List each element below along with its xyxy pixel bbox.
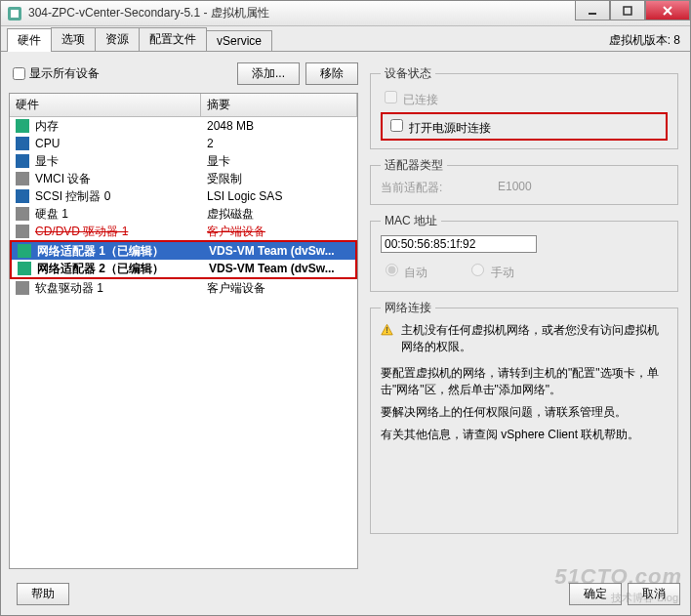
help-button[interactable]: 帮助 bbox=[17, 583, 69, 605]
tab-profile[interactable]: 配置文件 bbox=[139, 27, 207, 51]
mac-manual-label: 手动 bbox=[491, 266, 514, 279]
mac-address-legend: MAC 地址 bbox=[381, 213, 441, 229]
hardware-row[interactable]: SCSI 控制器 0LSI Logic SAS bbox=[10, 187, 357, 205]
device-summary: VDS-VM Team (dvSw... bbox=[203, 261, 355, 276]
device-summary: 2 bbox=[201, 136, 357, 151]
col-hardware[interactable]: 硬件 bbox=[10, 94, 201, 116]
hardware-row[interactable]: 网络适配器 1（已编辑）VDS-VM Team (dvSw... bbox=[12, 242, 355, 260]
svg-text:!: ! bbox=[386, 324, 388, 335]
hardware-grid: 硬件 摘要 内存2048 MBCPU2显卡显卡VMCI 设备受限制SCSI 控制… bbox=[9, 93, 358, 569]
mac-auto-radio bbox=[386, 264, 398, 276]
mac-address-group: MAC 地址 自动 手动 bbox=[370, 213, 678, 292]
vm-properties-window: 304-ZPC-vCenter-Secondary-5.1 - 虚拟机属性 硬件… bbox=[0, 0, 691, 616]
svg-rect-3 bbox=[624, 7, 631, 15]
network-help-1: 要配置虚拟机的网络，请转到主机的"配置"选项卡，单击"网络"区，然后单击"添加网… bbox=[381, 365, 668, 398]
device-summary: 受限制 bbox=[201, 170, 357, 188]
device-summary: 显卡 bbox=[201, 152, 357, 171]
device-icon bbox=[16, 281, 29, 295]
device-summary: 客户端设备 bbox=[201, 279, 357, 298]
vm-version-label: 虚拟机版本: 8 bbox=[609, 32, 680, 49]
connected-checkbox bbox=[385, 91, 397, 103]
hardware-row[interactable]: 显卡显卡 bbox=[10, 152, 357, 170]
window-title: 304-ZPC-vCenter-Secondary-5.1 - 虚拟机属性 bbox=[28, 5, 575, 21]
show-all-devices-checkbox[interactable] bbox=[13, 67, 25, 80]
mac-address-input[interactable] bbox=[381, 235, 537, 253]
network-connection-legend: 网络连接 bbox=[381, 300, 435, 316]
device-name: CPU bbox=[35, 137, 60, 150]
vsphere-icon bbox=[7, 6, 22, 21]
device-icon bbox=[16, 154, 29, 168]
current-adapter-value: E1000 bbox=[498, 180, 532, 196]
mac-manual-radio bbox=[471, 264, 484, 276]
network-help-2: 要解决网络上的任何权限问题，请联系管理员。 bbox=[381, 404, 668, 421]
connected-label: 已连接 bbox=[403, 93, 438, 106]
device-name: 网络适配器 1（已编辑） bbox=[37, 243, 164, 260]
device-status-group: 设备状态 已连接 打开电源时连接 bbox=[370, 65, 678, 149]
hardware-row[interactable]: CD/DVD 驱动器 1客户端设备 bbox=[10, 223, 357, 240]
device-icon bbox=[16, 207, 29, 221]
device-icon bbox=[16, 119, 29, 133]
current-adapter-label: 当前适配器: bbox=[381, 180, 498, 196]
network-warning-text: 主机没有任何虚拟机网络，或者您没有访问虚拟机网络的权限。 bbox=[401, 322, 668, 355]
watermark: 51CTO.com bbox=[554, 564, 682, 590]
warning-icon: ! bbox=[381, 322, 393, 338]
highlight-box: 网络适配器 1（已编辑）VDS-VM Team (dvSw...网络适配器 2（… bbox=[10, 240, 357, 279]
device-summary: LSI Logic SAS bbox=[201, 188, 357, 204]
device-icon bbox=[16, 137, 29, 150]
hardware-row[interactable]: CPU2 bbox=[10, 135, 357, 152]
device-icon bbox=[18, 262, 31, 275]
watermark-sub: 技术博客 Blog bbox=[611, 591, 678, 605]
device-name: VMCI 设备 bbox=[35, 171, 91, 187]
adapter-type-group: 适配器类型 当前适配器: E1000 bbox=[370, 157, 678, 205]
device-icon bbox=[16, 189, 29, 203]
device-summary: 2048 MB bbox=[201, 118, 357, 134]
mac-auto-label: 自动 bbox=[404, 266, 427, 279]
maximize-button[interactable] bbox=[610, 1, 645, 21]
grid-body: 内存2048 MBCPU2显卡显卡VMCI 设备受限制SCSI 控制器 0LSI… bbox=[10, 117, 357, 297]
minimize-button[interactable] bbox=[575, 1, 610, 21]
svg-rect-1 bbox=[11, 10, 19, 18]
network-help-3: 有关其他信息，请查阅 vSphere Client 联机帮助。 bbox=[381, 427, 668, 443]
remove-button[interactable]: 移除 bbox=[305, 62, 358, 85]
device-icon bbox=[16, 225, 29, 238]
device-name: 显卡 bbox=[35, 153, 59, 170]
tab-bar: 硬件 选项 资源 配置文件 vService 虚拟机版本: 8 bbox=[1, 26, 690, 52]
device-name: 内存 bbox=[35, 118, 59, 135]
hardware-row[interactable]: 硬盘 1虚拟磁盘 bbox=[10, 205, 357, 223]
device-name: CD/DVD 驱动器 1 bbox=[35, 224, 128, 240]
tab-options[interactable]: 选项 bbox=[51, 27, 96, 51]
adapter-type-legend: 适配器类型 bbox=[381, 157, 447, 174]
hardware-row[interactable]: VMCI 设备受限制 bbox=[10, 170, 357, 187]
hardware-row[interactable]: 内存2048 MB bbox=[10, 117, 357, 135]
connect-at-power-on-label: 打开电源时连接 bbox=[409, 121, 491, 135]
tab-vservice[interactable]: vService bbox=[206, 30, 272, 51]
network-connection-group: 网络连接 ! 主机没有任何虚拟机网络，或者您没有访问虚拟机网络的权限。 要配置虚… bbox=[370, 300, 678, 534]
hardware-row[interactable]: 网络适配器 2（已编辑）VDS-VM Team (dvSw... bbox=[12, 260, 355, 277]
show-all-devices-label: 显示所有设备 bbox=[29, 65, 100, 82]
hardware-row[interactable]: 软盘驱动器 1客户端设备 bbox=[10, 279, 357, 297]
col-summary[interactable]: 摘要 bbox=[201, 94, 357, 116]
device-name: 软盘驱动器 1 bbox=[35, 280, 103, 297]
device-summary: 虚拟磁盘 bbox=[201, 205, 357, 224]
device-summary: VDS-VM Team (dvSw... bbox=[203, 243, 355, 259]
device-icon bbox=[18, 244, 31, 258]
tab-resources[interactable]: 资源 bbox=[95, 27, 140, 51]
device-name: 网络适配器 2（已编辑） bbox=[37, 261, 164, 277]
device-name: 硬盘 1 bbox=[35, 206, 68, 223]
device-summary: 客户端设备 bbox=[201, 223, 357, 241]
device-name: SCSI 控制器 0 bbox=[35, 188, 110, 205]
device-icon bbox=[16, 172, 29, 185]
connect-at-power-on-checkbox[interactable] bbox=[390, 119, 403, 132]
add-button[interactable]: 添加... bbox=[237, 62, 300, 85]
device-status-legend: 设备状态 bbox=[381, 65, 435, 82]
tab-hardware[interactable]: 硬件 bbox=[7, 28, 52, 52]
titlebar[interactable]: 304-ZPC-vCenter-Secondary-5.1 - 虚拟机属性 bbox=[1, 1, 690, 26]
close-button[interactable] bbox=[645, 1, 690, 21]
